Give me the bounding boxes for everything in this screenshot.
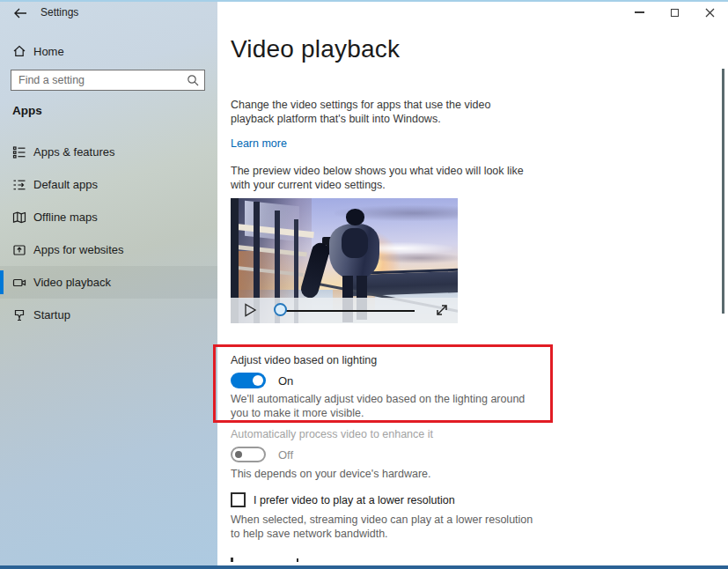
video-cloud [375, 253, 458, 263]
toggle-knob [253, 375, 263, 386]
sidebar-item-video-playback[interactable]: Video playback [0, 266, 217, 299]
sidebar-item-label: Offline maps [33, 211, 98, 224]
page-title: Video playback [231, 35, 400, 63]
main-content: Video playback Change the video settings… [217, 0, 728, 569]
learn-more-link[interactable]: Learn more [231, 137, 287, 150]
maximize-button[interactable] [665, 4, 684, 21]
adjust-lighting-description: We'll automatically adjust video based o… [231, 392, 540, 420]
sidebar-item-startup[interactable]: Startup [0, 299, 217, 331]
sidebar-item-label: Apps & features [33, 145, 115, 159]
sidebar-item-label: Video playback [33, 276, 111, 289]
fullscreen-icon[interactable] [434, 302, 450, 318]
lower-resolution-label[interactable]: I prefer video to play at a lower resolu… [254, 494, 455, 506]
close-icon [705, 8, 715, 18]
window-controls [622, 0, 728, 25]
seek-bar-thumb[interactable] [274, 303, 287, 316]
bottom-edge-bar [0, 565, 728, 569]
auto-process-toggle [231, 447, 266, 462]
close-button[interactable] [700, 4, 719, 21]
adjust-lighting-state: On [278, 374, 293, 388]
intro-text: Change the video settings for apps that … [231, 98, 526, 126]
sidebar-section-heading: Apps [12, 104, 42, 117]
home-icon [12, 44, 26, 58]
minimize-button[interactable] [629, 4, 649, 21]
lower-resolution-description: When selected, streaming video can play … [231, 513, 544, 541]
sidebar-item-default-apps[interactable]: Default apps [0, 168, 217, 201]
sidebar-item-apps-for-websites[interactable]: Apps for websites [0, 233, 217, 266]
lower-resolution-checkbox[interactable] [231, 492, 246, 507]
sidebar-item-label: Default apps [33, 178, 98, 191]
app-title: Settings [40, 6, 78, 18]
back-arrow-icon [13, 8, 27, 18]
video-control-bar [231, 298, 458, 323]
auto-process-description: This depends on your device's hardware. [231, 467, 540, 481]
search-icon[interactable] [185, 72, 201, 88]
play-icon[interactable] [242, 302, 258, 318]
offline-maps-icon [12, 211, 26, 225]
apps-for-websites-icon [12, 243, 26, 257]
maximize-icon [671, 9, 679, 17]
home-label: Home [33, 45, 64, 58]
search-input[interactable] [11, 74, 185, 86]
toggle-knob [235, 451, 242, 458]
sidebar-item-apps-features[interactable]: Apps & features [0, 136, 217, 168]
sidebar-nav: Apps & features Default apps Offline map… [0, 136, 217, 331]
sidebar-item-home[interactable]: Home [0, 37, 217, 65]
sidebar-item-label: Startup [33, 308, 70, 321]
search-box [11, 70, 205, 91]
seek-bar-track[interactable] [276, 310, 415, 312]
video-preview-player[interactable] [231, 198, 458, 323]
vertical-scrollbar-thumb[interactable] [722, 69, 724, 314]
auto-process-label: Automatically process video to enhance i… [231, 428, 433, 440]
video-person [346, 209, 364, 225]
video-person [342, 228, 368, 258]
minimize-icon [635, 11, 644, 13]
sidebar: Settings Home Apps Apps & features Defau… [0, 0, 217, 569]
preview-caption: The preview video below shows you what v… [231, 164, 526, 192]
adjust-lighting-label: Adjust video based on lighting [231, 354, 377, 366]
window-top-border [0, 0, 728, 2]
sidebar-item-offline-maps[interactable]: Offline maps [0, 201, 217, 233]
adjust-lighting-toggle[interactable] [231, 373, 266, 388]
sidebar-item-label: Apps for websites [33, 243, 124, 256]
startup-icon [12, 308, 26, 322]
clipped-text-fragment [231, 558, 233, 562]
auto-process-state: Off [278, 448, 293, 462]
back-button[interactable] [9, 4, 32, 23]
default-apps-icon [12, 178, 26, 192]
clipped-text-fragment [297, 558, 298, 562]
video-playback-icon [12, 276, 26, 290]
apps-features-icon [12, 145, 26, 159]
